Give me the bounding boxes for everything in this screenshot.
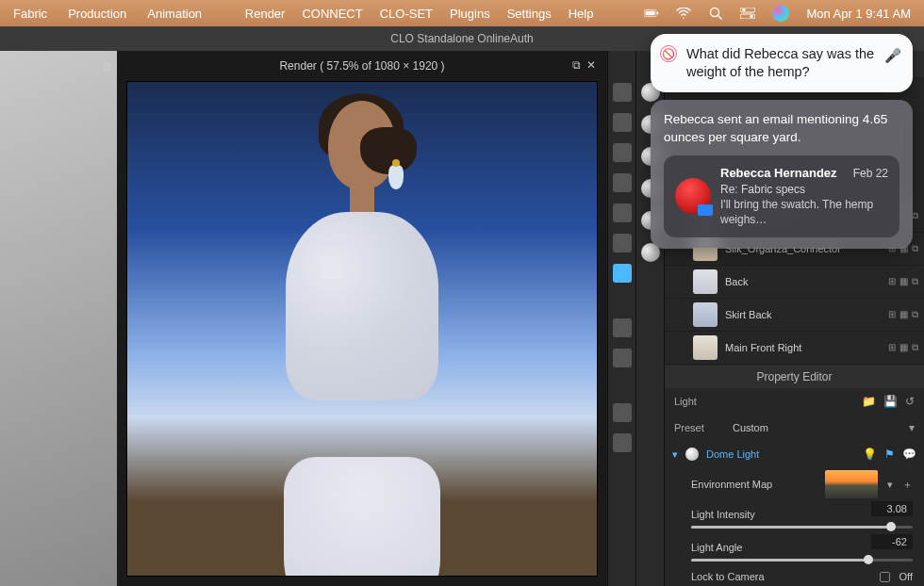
siri-question-bubble[interactable]: 🚫 What did Rebecca say was the weight of… — [651, 34, 913, 92]
grid-icon[interactable]: ▦ — [899, 276, 908, 287]
add-icon[interactable]: ⊞ — [888, 309, 896, 320]
siri-mail-card[interactable]: Rebecca Hernandez Feb 22 Re: Fabric spec… — [664, 155, 899, 237]
object-name: Back — [725, 276, 881, 287]
microphone-icon[interactable]: 🎤 — [884, 47, 901, 65]
intensity-label: Light Intensity — [691, 509, 755, 520]
tool-frame-icon[interactable] — [613, 203, 632, 222]
folder-icon[interactable]: 📁 — [862, 395, 876, 408]
flag-icon[interactable]: ⚑ — [884, 448, 895, 461]
menu-help[interactable]: Help — [569, 7, 594, 21]
card-subject: Re: Fabric specs — [720, 182, 888, 197]
intensity-row: Light Intensity 3.08 — [665, 501, 924, 534]
chevron-down-icon[interactable]: ▾ — [672, 448, 678, 461]
env-map-thumbnail[interactable] — [825, 470, 878, 498]
lock-value: Off — [899, 571, 913, 582]
object-row[interactable]: Skirt Back⊞▦⧉ — [665, 299, 924, 332]
close-icon[interactable]: ✕ — [586, 58, 596, 72]
save-icon[interactable]: 💾 — [883, 395, 898, 408]
angle-value[interactable]: -62 — [871, 534, 913, 549]
add-icon[interactable]: ⊞ — [888, 342, 896, 353]
wifi-icon[interactable] — [676, 6, 691, 21]
light-label: Light — [674, 396, 733, 407]
dup-icon[interactable]: ⧉ — [912, 309, 918, 320]
wireframe-pane[interactable]: ⧉ — [0, 51, 117, 586]
battery-icon[interactable] — [644, 6, 659, 21]
preset-dropdown[interactable]: Custom — [733, 422, 909, 433]
menu-fabric[interactable]: Fabric — [13, 7, 47, 21]
menu-animation[interactable]: Animation — [147, 7, 202, 21]
dome-light-label: Dome Light — [706, 448, 855, 460]
render-controls[interactable]: ⧉✕ — [572, 58, 596, 72]
render-title: Render ( 57.5% of 1080 × 1920 ) — [279, 59, 444, 73]
lock-checkbox[interactable] — [880, 572, 890, 582]
reset-icon[interactable]: ↺ — [905, 395, 915, 408]
chevron-down-icon[interactable]: ▾ — [909, 421, 915, 434]
add-icon[interactable]: ⊞ — [888, 276, 896, 287]
svg-point-8 — [751, 15, 754, 19]
spotlight-icon[interactable] — [708, 6, 723, 21]
siri-answer-text: Rebecca sent an email mentioning 4.65 ou… — [664, 111, 899, 146]
property-editor-title: Property Editor — [665, 366, 924, 388]
render-header: Render ( 57.5% of 1080 × 1920 ) ⧉✕ — [117, 51, 607, 81]
grid-icon[interactable]: ▦ — [899, 309, 908, 320]
dup-icon[interactable]: ⧉ — [912, 210, 918, 221]
dup-icon[interactable]: ⧉ — [912, 276, 918, 287]
menubar-clock[interactable]: Mon Apr 1 9:41 AM — [806, 7, 911, 21]
chevron-down-icon[interactable]: ▾ — [887, 479, 893, 491]
render-canvas[interactable] — [126, 81, 598, 577]
svg-rect-1 — [646, 11, 655, 15]
menu-closet[interactable]: CLO-SET — [380, 7, 433, 21]
siri-icon[interactable] — [772, 5, 789, 22]
macos-menubar: Fabric Production Animation Render CONNE… — [0, 0, 924, 26]
property-editor: Light 📁💾↺ Preset Custom ▾ ▾ Dome Light 💡… — [665, 388, 924, 586]
light-bulb-icon — [685, 448, 699, 461]
tool-camera2-icon[interactable] — [613, 349, 632, 367]
tool-strip-icon[interactable] — [613, 113, 632, 132]
control-center-icon[interactable] — [740, 6, 755, 21]
siri-badge-icon: 🚫 — [660, 45, 677, 62]
dup-icon[interactable]: ⧉ — [912, 342, 918, 353]
popout-icon[interactable]: ⧉ — [103, 60, 111, 73]
menu-render[interactable]: Render — [245, 7, 286, 21]
popout-icon[interactable]: ⧉ — [572, 58, 581, 72]
card-date: Feb 22 — [853, 166, 888, 181]
avatar — [675, 178, 711, 214]
object-name: Main Front Right — [725, 342, 881, 353]
menu-settings[interactable]: Settings — [507, 7, 552, 21]
dup-icon[interactable]: ⧉ — [912, 243, 918, 254]
tool-gear-icon[interactable] — [613, 318, 632, 337]
svg-point-7 — [743, 8, 747, 12]
siri-panel: 🚫 What did Rebecca say was the weight of… — [651, 34, 913, 249]
tool-capture-icon[interactable] — [613, 264, 632, 283]
dome-light-row[interactable]: ▾ Dome Light 💡 ⚑ 💬 — [665, 441, 924, 467]
tool-wand-icon[interactable] — [613, 403, 632, 422]
tool-camera-icon[interactable] — [613, 83, 632, 102]
menu-connect[interactable]: CONNECT — [302, 7, 362, 21]
object-name: Skirt Back — [725, 309, 881, 320]
tool-image-icon[interactable] — [613, 173, 632, 192]
intensity-slider[interactable] — [691, 526, 913, 529]
tool-clap-icon[interactable] — [613, 143, 632, 162]
object-row[interactable]: Main Front Right⊞▦⧉ — [665, 332, 924, 365]
angle-slider[interactable] — [691, 559, 913, 562]
render-pane: Render ( 57.5% of 1080 × 1920 ) ⧉✕ — [117, 51, 607, 586]
menu-plugins[interactable]: Plugins — [450, 7, 490, 21]
rendered-figure — [239, 95, 485, 577]
card-sender: Rebecca Hernandez — [720, 165, 837, 182]
add-icon[interactable]: ＋ — [902, 478, 913, 492]
svg-line-4 — [718, 16, 722, 20]
tool-gear2-icon[interactable] — [613, 433, 632, 452]
env-label: Environment Map — [691, 479, 816, 490]
object-row[interactable]: Back⊞▦⧉ — [665, 266, 924, 299]
angle-row: Light Angle -62 — [665, 534, 924, 567]
chat-icon[interactable]: 💬 — [902, 448, 916, 461]
tool-photo-icon[interactable] — [613, 234, 632, 252]
angle-label: Light Angle — [691, 542, 742, 553]
menu-production[interactable]: Production — [68, 7, 126, 21]
lock-label: Lock to Camera — [691, 571, 870, 582]
bulb-icon[interactable]: 💡 — [863, 448, 877, 461]
intensity-value[interactable]: 3.08 — [871, 501, 913, 516]
card-preview: I'll bring the swatch. The hemp weighs… — [720, 197, 888, 228]
siri-answer-bubble: Rebecca sent an email mentioning 4.65 ou… — [651, 100, 913, 248]
grid-icon[interactable]: ▦ — [899, 342, 908, 353]
